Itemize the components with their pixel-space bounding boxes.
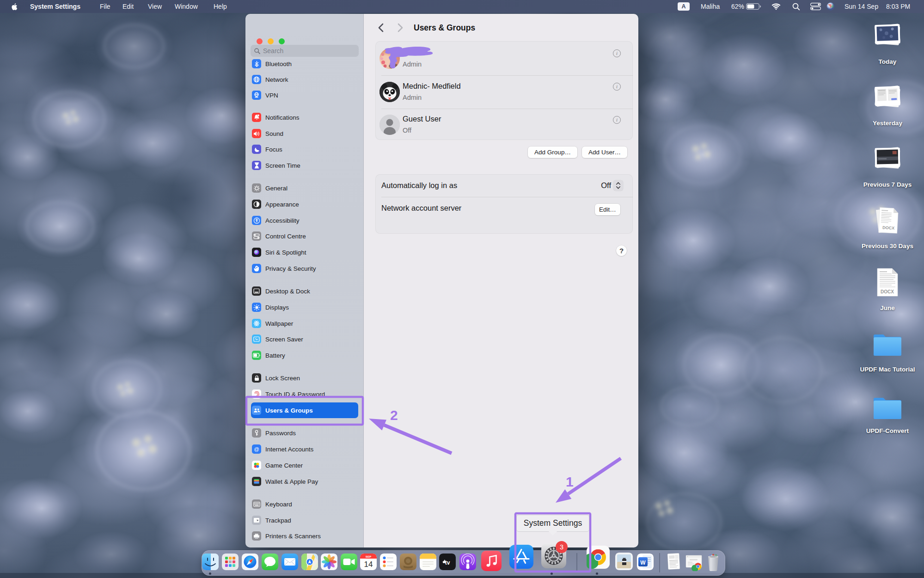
svg-text:DOCX: DOCX [881,289,894,294]
svg-text:DOCX: DOCX [882,225,895,230]
svg-text:W: W [640,560,646,566]
svg-text:@: @ [254,446,259,452]
svg-text:tv: tv [445,560,450,566]
svg-text:SEP: SEP [366,555,371,558]
svg-text:14: 14 [364,560,373,569]
